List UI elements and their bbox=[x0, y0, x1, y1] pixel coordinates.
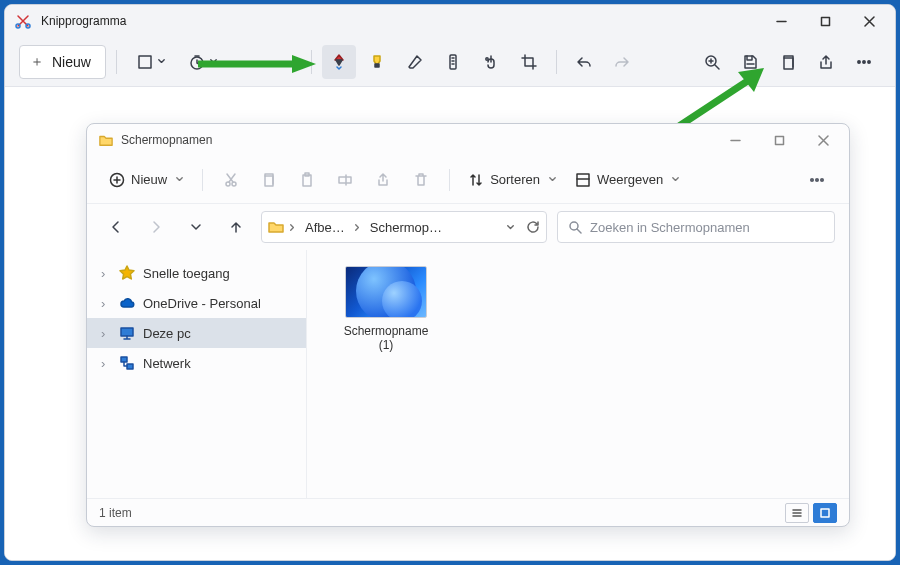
titlebar[interactable]: Knipprogramma bbox=[5, 5, 895, 37]
svg-rect-23 bbox=[339, 177, 351, 183]
share-button[interactable] bbox=[365, 163, 401, 197]
toolbar: ＋ Nieuw bbox=[5, 37, 895, 87]
svg-point-10 bbox=[863, 60, 865, 62]
svg-point-25 bbox=[811, 178, 814, 181]
highlighter-tool-button[interactable] bbox=[360, 45, 394, 79]
maximize-button[interactable] bbox=[803, 6, 847, 36]
svg-rect-5 bbox=[450, 55, 456, 69]
view-label: Weergeven bbox=[597, 172, 663, 187]
nav-back-button[interactable] bbox=[101, 212, 131, 242]
separator bbox=[116, 50, 117, 74]
file-name-line1: Schermopname bbox=[344, 324, 429, 338]
svg-point-27 bbox=[821, 178, 824, 181]
folder-icon bbox=[99, 133, 113, 147]
svg-rect-8 bbox=[784, 58, 793, 69]
plus-icon: ＋ bbox=[30, 53, 44, 71]
close-button[interactable] bbox=[847, 6, 891, 36]
nav-recent-button[interactable] bbox=[181, 212, 211, 242]
nav-quick-access[interactable]: › Snelle toegang bbox=[87, 258, 306, 288]
svg-rect-24 bbox=[577, 174, 589, 186]
redo-button[interactable] bbox=[605, 45, 639, 79]
cloud-icon bbox=[119, 295, 135, 311]
svg-point-9 bbox=[858, 60, 860, 62]
status-bar: 1 item bbox=[87, 498, 849, 526]
separator bbox=[311, 50, 312, 74]
refresh-icon[interactable] bbox=[526, 220, 540, 234]
nav-up-button[interactable] bbox=[221, 212, 251, 242]
svg-rect-20 bbox=[265, 176, 273, 186]
address-bar[interactable]: Afbe… Schermop… bbox=[261, 211, 547, 243]
nav-network[interactable]: › Netwerk bbox=[87, 348, 306, 378]
folder-icon bbox=[268, 219, 284, 235]
nav-label: Netwerk bbox=[143, 356, 191, 371]
delay-dropdown[interactable] bbox=[179, 45, 227, 79]
ruler-tool-button[interactable] bbox=[436, 45, 470, 79]
file-name-line2: (1) bbox=[344, 338, 429, 352]
copy-button[interactable] bbox=[771, 45, 805, 79]
pen-tool-button[interactable] bbox=[322, 45, 356, 79]
navigation-pane: › Snelle toegang › OneDrive - Personal ›… bbox=[87, 250, 307, 498]
touch-writing-button[interactable] bbox=[474, 45, 508, 79]
svg-point-11 bbox=[868, 60, 870, 62]
explorer-title: Schermopnamen bbox=[121, 133, 713, 147]
svg-rect-32 bbox=[821, 509, 829, 517]
breadcrumb-seg-2[interactable]: Schermop… bbox=[366, 218, 446, 237]
svg-rect-3 bbox=[139, 56, 151, 68]
explorer-minimize-button[interactable] bbox=[713, 125, 757, 155]
copy-button[interactable] bbox=[251, 163, 287, 197]
file-list[interactable]: Schermopname (1) bbox=[307, 250, 849, 498]
app-icon bbox=[15, 13, 31, 29]
monitor-icon bbox=[119, 325, 135, 341]
delete-button[interactable] bbox=[403, 163, 439, 197]
explorer-new-label: Nieuw bbox=[131, 172, 167, 187]
view-button[interactable]: Weergeven bbox=[567, 163, 688, 197]
separator bbox=[556, 50, 557, 74]
star-icon bbox=[119, 265, 135, 281]
eraser-tool-button[interactable] bbox=[398, 45, 432, 79]
sort-button[interactable]: Sorteren bbox=[460, 163, 565, 197]
save-button[interactable] bbox=[733, 45, 767, 79]
chevron-right-icon: › bbox=[101, 266, 111, 281]
crop-tool-button[interactable] bbox=[512, 45, 546, 79]
file-item[interactable]: Schermopname (1) bbox=[331, 266, 441, 352]
sort-label: Sorteren bbox=[490, 172, 540, 187]
app-title: Knipprogramma bbox=[41, 14, 759, 28]
minimize-button[interactable] bbox=[759, 6, 803, 36]
nav-this-pc[interactable]: › Deze pc bbox=[87, 318, 306, 348]
explorer-titlebar[interactable]: Schermopnamen bbox=[87, 124, 849, 156]
more-button[interactable] bbox=[847, 45, 881, 79]
svg-rect-29 bbox=[121, 328, 133, 336]
search-icon bbox=[568, 220, 582, 234]
nav-label: Deze pc bbox=[143, 326, 191, 341]
cut-button[interactable] bbox=[213, 163, 249, 197]
search-box[interactable]: Zoeken in Schermopnamen bbox=[557, 211, 835, 243]
explorer-maximize-button[interactable] bbox=[757, 125, 801, 155]
svg-point-26 bbox=[816, 178, 819, 181]
zoom-button[interactable] bbox=[695, 45, 729, 79]
breadcrumb-seg-1[interactable]: Afbe… bbox=[301, 218, 349, 237]
paste-button[interactable] bbox=[289, 163, 325, 197]
rename-button[interactable] bbox=[327, 163, 363, 197]
file-thumbnail bbox=[345, 266, 427, 318]
nav-onedrive[interactable]: › OneDrive - Personal bbox=[87, 288, 306, 318]
explorer-address-row: Afbe… Schermop… Zoeken in Schermopnamen bbox=[87, 204, 849, 250]
status-text: 1 item bbox=[99, 506, 132, 520]
nav-label: Snelle toegang bbox=[143, 266, 230, 281]
nav-forward-button[interactable] bbox=[141, 212, 171, 242]
nav-label: OneDrive - Personal bbox=[143, 296, 261, 311]
explorer-more-button[interactable] bbox=[799, 163, 835, 197]
svg-rect-16 bbox=[775, 136, 783, 144]
network-icon bbox=[119, 355, 135, 371]
share-button[interactable] bbox=[809, 45, 843, 79]
explorer-command-bar: Nieuw Sorteren Weergeven bbox=[87, 156, 849, 204]
thumbnails-view-button[interactable] bbox=[813, 503, 837, 523]
svg-rect-31 bbox=[127, 364, 133, 369]
explorer-new-button[interactable]: Nieuw bbox=[101, 163, 192, 197]
undo-button[interactable] bbox=[567, 45, 601, 79]
details-view-button[interactable] bbox=[785, 503, 809, 523]
file-explorer-window: Schermopnamen Nieuw Sorteren Weergeven bbox=[86, 123, 850, 527]
explorer-close-button[interactable] bbox=[801, 125, 845, 155]
snip-mode-dropdown[interactable] bbox=[127, 45, 175, 79]
search-placeholder: Zoeken in Schermopnamen bbox=[590, 220, 750, 235]
new-button[interactable]: ＋ Nieuw bbox=[19, 45, 106, 79]
